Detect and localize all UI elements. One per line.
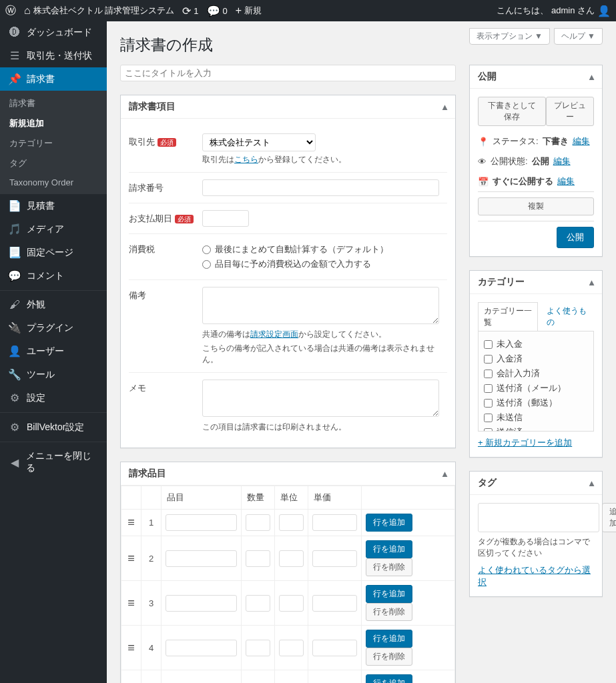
menu-comments[interactable]: 💬コメント — [0, 264, 107, 287]
tag-input[interactable] — [478, 503, 599, 532]
preview-button[interactable]: プレビュー — [546, 97, 594, 126]
menu-billvektor[interactable]: ⚙BillVektor設定 — [0, 416, 107, 439]
remarks-textarea[interactable] — [202, 287, 439, 324]
help-button[interactable]: ヘルプ ▼ — [554, 28, 603, 45]
item-input[interactable] — [166, 550, 237, 567]
drag-handle-icon[interactable]: ≡ — [121, 581, 141, 626]
comments-link[interactable]: 💬 0 — [207, 5, 228, 17]
calendar-icon: 📅 — [478, 177, 489, 187]
item-input[interactable] — [166, 640, 237, 656]
tab-all-categories[interactable]: カテゴリー一覧 — [478, 302, 538, 331]
add-category-link[interactable]: + 新規カテゴリーを追加 — [478, 437, 572, 449]
unit-input[interactable] — [279, 595, 304, 612]
submenu-add[interactable]: 新規追加 — [0, 113, 107, 133]
menu-media[interactable]: 🎵メディア — [0, 217, 107, 241]
unit-input[interactable] — [279, 550, 304, 567]
qty-input[interactable] — [246, 514, 270, 531]
price-input[interactable] — [312, 640, 357, 656]
category-item[interactable]: 送信済 — [484, 425, 588, 432]
menu-appearance[interactable]: 🖌外観 — [0, 293, 107, 316]
wp-logo[interactable]: ⓦ — [5, 4, 16, 18]
tab-most-used[interactable]: よく使うもの — [541, 302, 594, 331]
updates-link[interactable]: ⟳ 1 — [182, 5, 198, 17]
duplicate-button[interactable]: 複製 — [478, 197, 594, 215]
category-item[interactable]: 送付済（郵送） — [484, 396, 588, 410]
menu-invoices[interactable]: 📌請求書 — [0, 67, 107, 91]
screen-options-button[interactable]: 表示オプション ▼ — [469, 28, 550, 45]
price-input[interactable] — [312, 595, 357, 612]
add-tag-button[interactable]: 追加 — [602, 503, 616, 532]
menu-plugins[interactable]: 🔌プラグイン — [0, 316, 107, 339]
tag-help: タグが複数ある場合はコンマで区切ってください — [478, 536, 594, 559]
client-select[interactable]: 株式会社テスト — [202, 133, 316, 151]
menu-dashboard[interactable]: 🅓ダッシュボード — [0, 21, 107, 44]
menu-estimates[interactable]: 📄見積書 — [0, 194, 107, 217]
unit-input[interactable] — [279, 514, 304, 531]
category-item[interactable]: 会計入力済 — [484, 366, 588, 381]
invoice-number-input[interactable] — [202, 179, 439, 196]
category-item[interactable]: 未入金 — [484, 337, 588, 352]
add-row-button[interactable]: 行を追加 — [366, 630, 412, 648]
submenu-tax[interactable]: Taxonomy Order — [0, 173, 107, 191]
tag-cloud-link[interactable]: よく使われているタグから選択 — [478, 564, 594, 588]
invoice-settings-link[interactable]: 請求設定画面 — [250, 329, 298, 339]
delete-row-button[interactable]: 行を削除 — [366, 648, 412, 666]
category-checkbox[interactable] — [484, 384, 493, 393]
drag-handle-icon[interactable]: ≡ — [121, 670, 141, 684]
category-checkbox[interactable] — [484, 355, 493, 364]
category-item[interactable]: 未送信 — [484, 410, 588, 425]
qty-input[interactable] — [246, 550, 270, 567]
submenu-cat[interactable]: カテゴリー — [0, 133, 107, 153]
submenu-tag[interactable]: タグ — [0, 153, 107, 173]
toggle-icon[interactable]: ▴ — [589, 277, 594, 287]
delete-row-button[interactable]: 行を削除 — [366, 558, 412, 576]
category-checkbox[interactable] — [484, 414, 493, 422]
due-date-input[interactable] — [202, 210, 249, 227]
toggle-icon[interactable]: ▴ — [442, 468, 447, 479]
add-row-button[interactable]: 行を追加 — [366, 514, 412, 532]
drag-handle-icon[interactable]: ≡ — [121, 536, 141, 581]
menu-settings[interactable]: ⚙設定 — [0, 386, 107, 410]
add-row-button[interactable]: 行を追加 — [366, 585, 412, 603]
menu-clients[interactable]: ☰取引先・送付状 — [0, 44, 107, 67]
delete-row-button[interactable]: 行を削除 — [366, 603, 412, 621]
toggle-icon[interactable]: ▴ — [589, 478, 594, 488]
drag-handle-icon[interactable]: ≡ — [121, 510, 141, 536]
category-checkbox[interactable] — [484, 428, 493, 432]
toggle-icon[interactable]: ▴ — [589, 71, 594, 82]
client-register-link[interactable]: こちら — [234, 155, 258, 164]
menu-pages[interactable]: 📃固定ページ — [0, 241, 107, 264]
site-link[interactable]: ⌂ 株式会社ベクトル 請求管理システム — [24, 5, 174, 17]
category-item[interactable]: 入金済 — [484, 352, 588, 366]
category-checkbox[interactable] — [484, 399, 493, 408]
unit-input[interactable] — [279, 640, 304, 656]
profile-link[interactable]: こんにちは、admin さん 👤 — [497, 5, 611, 17]
qty-input[interactable] — [246, 595, 270, 612]
new-link[interactable]: + 新規 — [236, 5, 262, 17]
edit-schedule-link[interactable]: 編集 — [557, 175, 575, 187]
drag-handle-icon[interactable]: ≡ — [121, 626, 141, 670]
qty-input[interactable] — [246, 640, 270, 656]
tax-radio-incl[interactable] — [202, 260, 211, 269]
toggle-icon[interactable]: ▴ — [442, 101, 447, 112]
item-input[interactable] — [166, 514, 237, 531]
tax-radio-auto[interactable] — [202, 245, 211, 254]
category-item[interactable]: 送付済（メール） — [484, 381, 588, 396]
menu-users[interactable]: 👤ユーザー — [0, 339, 107, 363]
edit-status-link[interactable]: 編集 — [573, 135, 590, 147]
category-checkbox[interactable] — [484, 370, 493, 378]
price-input[interactable] — [312, 550, 357, 567]
add-row-button[interactable]: 行を追加 — [366, 674, 412, 683]
menu-collapse[interactable]: ◀メニューを閉じる — [0, 445, 107, 480]
add-row-button[interactable]: 行を追加 — [366, 540, 412, 558]
publish-button[interactable]: 公開 — [557, 227, 594, 248]
post-title-input[interactable] — [120, 65, 456, 81]
price-input[interactable] — [312, 514, 357, 531]
memo-textarea[interactable] — [202, 380, 439, 417]
edit-visibility-link[interactable]: 編集 — [553, 155, 571, 167]
category-checkbox[interactable] — [484, 340, 493, 349]
submenu-list[interactable]: 請求書 — [0, 93, 107, 113]
item-input[interactable] — [166, 595, 237, 612]
menu-tools[interactable]: 🔧ツール — [0, 363, 107, 386]
save-draft-button[interactable]: 下書きとして保存 — [478, 97, 546, 126]
